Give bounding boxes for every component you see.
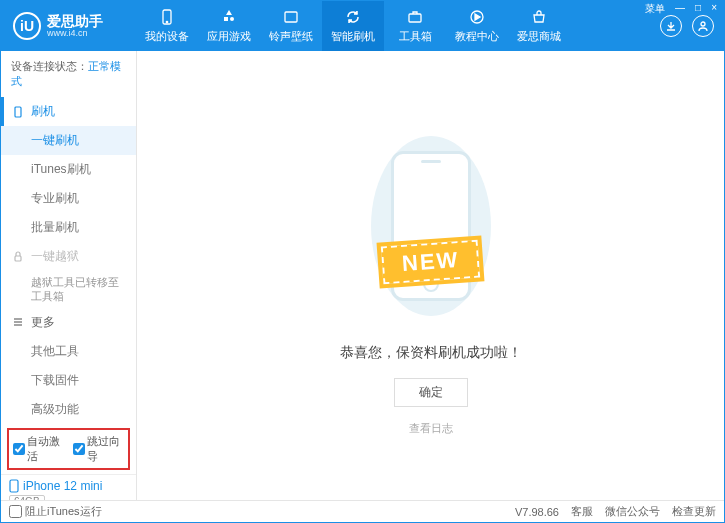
phone-icon [9,479,19,493]
phone-icon [158,8,176,26]
connection-status: 设备连接状态：正常模式 [1,51,136,97]
device-panel[interactable]: iPhone 12 mini 64GB Down-12mini-13,1 [1,474,136,500]
top-nav: 我的设备 应用游戏 铃声壁纸 智能刷机 工具箱 教程中心 爱思商城 [136,1,660,51]
svg-point-1 [166,21,167,22]
wechat-link[interactable]: 微信公众号 [605,504,660,519]
auto-activate-checkbox[interactable]: 自动激活 [13,434,65,464]
skip-guide-checkbox[interactable]: 跳过向导 [73,434,125,464]
section-jailbreak[interactable]: 一键越狱 [1,242,136,271]
nav-label: 教程中心 [455,29,499,44]
status-label: 设备连接状态： [11,60,88,72]
close-button[interactable]: × [709,2,719,16]
titlebar-right [660,15,724,37]
block-itunes-checkbox[interactable]: 阻止iTunes运行 [9,504,102,519]
success-message: 恭喜您，保资料刷机成功啦！ [340,344,522,362]
version-label: V7.98.66 [515,506,559,518]
svg-point-3 [230,17,234,21]
app-site: www.i4.cn [47,28,103,38]
svg-rect-8 [15,107,21,117]
lock-icon [11,251,25,263]
wallpaper-icon [282,8,300,26]
nav-label: 工具箱 [399,29,432,44]
ok-button[interactable]: 确定 [394,378,468,407]
device-storage: 64GB [9,495,45,500]
sidebar-item-batch-flash[interactable]: 批量刷机 [1,213,136,242]
toolbox-icon [406,8,424,26]
customer-service-link[interactable]: 客服 [571,504,593,519]
download-button[interactable] [660,15,682,37]
svg-rect-9 [15,256,21,261]
new-banner: NEW [381,239,481,284]
list-icon [11,316,25,328]
svg-rect-5 [409,14,421,22]
section-more[interactable]: 更多 [1,308,136,337]
app-name: 爱思助手 [47,14,103,28]
nav-apps[interactable]: 应用游戏 [198,1,260,51]
sidebar-item-oneclick-flash[interactable]: 一键刷机 [1,126,136,155]
footer: 阻止iTunes运行 V7.98.66 客服 微信公众号 检查更新 [1,500,724,522]
nav-my-device[interactable]: 我的设备 [136,1,198,51]
app-logo: iU 爱思助手 www.i4.cn [1,12,136,40]
check-update-link[interactable]: 检查更新 [672,504,716,519]
svg-point-7 [701,22,705,26]
window-controls: 菜单 — □ × [643,2,719,16]
minimize-button[interactable]: — [673,2,687,16]
refresh-icon [344,8,362,26]
device-name: iPhone 12 mini [9,479,128,493]
store-icon [530,8,548,26]
sidebar-item-itunes-flash[interactable]: iTunes刷机 [1,155,136,184]
section-label: 更多 [31,314,55,331]
nav-label: 应用游戏 [207,29,251,44]
nav-store[interactable]: 爱思商城 [508,1,570,51]
sidebar-item-advanced[interactable]: 高级功能 [1,395,136,424]
sidebar-item-other-tools[interactable]: 其他工具 [1,337,136,366]
section-flash[interactable]: 刷机 [1,97,136,126]
jailbreak-note: 越狱工具已转移至工具箱 [1,271,136,308]
section-label: 一键越狱 [31,248,79,265]
nav-label: 铃声壁纸 [269,29,313,44]
sidebar-item-pro-flash[interactable]: 专业刷机 [1,184,136,213]
sidebar: 设备连接状态：正常模式 刷机 一键刷机 iTunes刷机 专业刷机 批量刷机 一… [1,51,137,500]
nav-label: 智能刷机 [331,29,375,44]
nav-label: 我的设备 [145,29,189,44]
user-button[interactable] [692,15,714,37]
svg-rect-2 [224,17,228,21]
section-label: 刷机 [31,103,55,120]
svg-rect-10 [10,480,18,492]
nav-tutorials[interactable]: 教程中心 [446,1,508,51]
phone-icon [11,106,25,118]
nav-label: 爱思商城 [517,29,561,44]
nav-toolbox[interactable]: 工具箱 [384,1,446,51]
maximize-button[interactable]: □ [693,2,703,16]
sidebar-item-download-firmware[interactable]: 下载固件 [1,366,136,395]
main-content: NEW 恭喜您，保资料刷机成功啦！ 确定 查看日志 [137,51,724,500]
apps-icon [220,8,238,26]
nav-flash[interactable]: 智能刷机 [322,1,384,51]
logo-icon: iU [13,12,41,40]
options-row: 自动激活 跳过向导 [7,428,130,470]
view-log-link[interactable]: 查看日志 [409,421,453,436]
svg-rect-4 [285,12,297,22]
success-illustration: NEW [356,116,506,336]
nav-ringtones[interactable]: 铃声壁纸 [260,1,322,51]
menu-icon[interactable]: 菜单 [643,2,667,16]
tutorial-icon [468,8,486,26]
titlebar: iU 爱思助手 www.i4.cn 我的设备 应用游戏 铃声壁纸 智能刷机 工具… [1,1,724,51]
